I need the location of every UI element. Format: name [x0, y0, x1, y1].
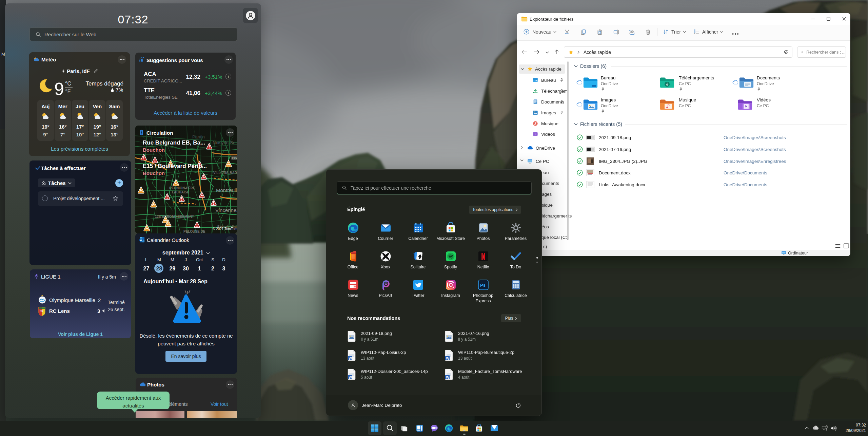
svg-text:© 2021 TomTom: © 2021 TomTom — [213, 227, 237, 231]
svg-text:12E ARRONDISSEMENT: 12E ARRONDISSEMENT — [155, 215, 194, 219]
svg-text:W: W — [446, 376, 450, 379]
svg-text:W: W — [446, 357, 450, 360]
svg-text:Vincennes: Vincennes — [215, 207, 237, 213]
svg-text:LACHAISE: LACHAISE — [172, 190, 189, 194]
svg-text:W: W — [349, 357, 352, 360]
svg-text:o: o — [140, 239, 142, 242]
svg-text:Ps: Ps — [480, 283, 486, 288]
svg-text:RÉUNION-PÈRE: RÉUNION-PÈRE — [169, 186, 195, 190]
svg-text:PELOUSE DE: PELOUSE DE — [183, 230, 205, 233]
svg-text:RC: RC — [40, 310, 43, 312]
svg-text:W: W — [349, 376, 352, 379]
svg-text:VILLIERS-BARBU: VILLIERS-BARBU — [213, 171, 237, 175]
svg-text:Montreuil: Montreuil — [216, 187, 237, 193]
